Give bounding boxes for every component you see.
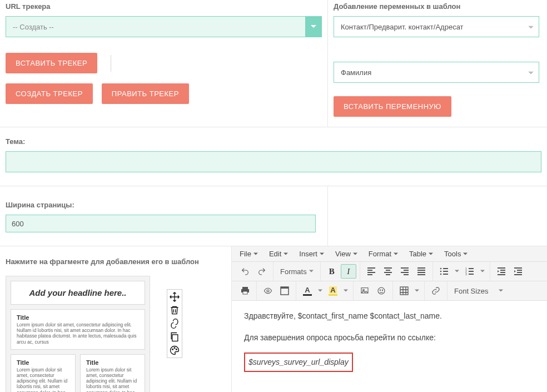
fullscreen-icon[interactable] (277, 284, 292, 298)
font-sizes-dropdown[interactable]: Font Sizes (451, 284, 506, 298)
svg-rect-15 (281, 287, 289, 289)
preview-icon[interactable] (260, 284, 276, 298)
fragment-body-text: Lorem ipsum dolor sit amet, consectetur … (86, 367, 139, 392)
formats-dropdown[interactable]: Formats (277, 264, 317, 279)
svg-rect-21 (400, 287, 408, 295)
svg-rect-10 (242, 287, 248, 289)
editor-menubar: File Edit Insert View Format Table Tools (232, 246, 547, 261)
fragment-body-text: Lorem ipsum dolor sit amet, consectetur … (17, 322, 139, 345)
indent-icon[interactable] (510, 264, 526, 279)
menu-view[interactable]: View (335, 250, 357, 258)
tracker-select[interactable]: -- Создать -- (6, 16, 322, 37)
emoji-icon[interactable] (374, 284, 389, 298)
edit-tracker-button[interactable]: ПРАВИТЬ ТРЕКЕР (102, 83, 189, 104)
align-right-icon[interactable] (397, 264, 412, 279)
link-icon[interactable] (168, 317, 181, 330)
insert-tracker-button[interactable]: ВСТАВИТЬ ТРЕКЕР (6, 53, 97, 73)
undo-icon[interactable] (237, 264, 253, 279)
chevron-down-icon[interactable] (479, 264, 486, 279)
editor-toolbar-row-2: A A Font Sizes (232, 281, 547, 301)
table-icon[interactable] (396, 284, 412, 298)
menu-format[interactable]: Format (369, 250, 398, 258)
svg-point-5 (440, 271, 441, 272)
bullet-list-icon[interactable] (436, 264, 452, 279)
page-width-label: Ширина страницы: (6, 201, 322, 209)
editor-line-greeting: Здравствуйте, $contact_first_name $conta… (244, 309, 535, 324)
divider (111, 55, 111, 72)
fragment-title-text: Title (86, 359, 139, 366)
fragment-pair-left[interactable]: Title Lorem ipsum dolor sit amet, consec… (11, 354, 76, 392)
fragment-single[interactable]: Title Lorem ipsum dolor sit amet, consec… (11, 309, 145, 350)
svg-point-4 (440, 268, 441, 270)
menu-file[interactable]: File (240, 250, 258, 258)
italic-icon[interactable]: I (341, 264, 356, 279)
svg-rect-12 (243, 291, 247, 294)
fragment-body-text: Lorem ipsum dolor sit amet, consectetur … (17, 367, 69, 392)
menu-table[interactable]: Table (409, 250, 433, 258)
svg-rect-0 (172, 335, 178, 341)
page-width-input[interactable] (6, 215, 316, 232)
topic-label: Тема: (6, 137, 541, 146)
editor-toolbar-row-1: Formats B I 123 (232, 261, 547, 281)
fragment-headline[interactable]: Add your headline here.. (11, 281, 145, 305)
copy-icon[interactable] (168, 331, 181, 343)
create-tracker-button[interactable]: СОЗДАТЬ ТРЕКЕР (6, 83, 93, 104)
link-insert-icon[interactable] (428, 284, 444, 298)
fragment-title-text: Title (17, 359, 69, 366)
text-color-icon[interactable]: A (300, 284, 315, 298)
svg-point-20 (382, 290, 382, 290)
align-justify-icon[interactable] (414, 264, 429, 279)
variable-field-select[interactable]: Фамилия (334, 62, 539, 83)
chevron-down-icon[interactable] (453, 264, 461, 279)
menu-edit[interactable]: Edit (269, 250, 288, 258)
chevron-down-icon[interactable] (316, 284, 324, 298)
svg-point-2 (174, 348, 175, 349)
svg-text:3: 3 (465, 272, 467, 276)
insert-variable-button[interactable]: ВСТАВИТЬ ПЕРЕМЕННУЮ (334, 96, 451, 117)
align-left-icon[interactable] (364, 264, 379, 279)
bold-icon[interactable]: B (324, 264, 340, 279)
variable-group-select[interactable]: Контакт/Предварит. контакт/Адресат (334, 16, 539, 37)
fragments-title: Нажмите на фрагменте для добавления его … (6, 257, 226, 266)
print-icon[interactable] (237, 284, 253, 298)
numbered-list-icon[interactable]: 123 (462, 264, 478, 279)
add-variables-label: Добавление переменных в шаблон (334, 2, 547, 11)
move-icon[interactable] (168, 291, 181, 303)
palette-icon[interactable] (168, 344, 181, 356)
menu-insert[interactable]: Insert (299, 250, 324, 258)
chevron-down-icon[interactable] (342, 284, 350, 298)
svg-point-6 (440, 274, 441, 275)
fragment-pair-right[interactable]: Title Lorem ipsum dolor sit amet, consec… (80, 354, 145, 392)
chevron-down-icon[interactable] (413, 284, 421, 298)
fragment-title-text: Title (17, 314, 139, 321)
topic-input[interactable] (6, 151, 541, 172)
background-color-icon[interactable]: A (325, 284, 341, 298)
align-center-icon[interactable] (380, 264, 396, 279)
fragment-list: Add your headline here.. Title Lorem ips… (6, 276, 150, 392)
svg-point-19 (380, 290, 380, 290)
fragment-toolstrip (167, 289, 182, 358)
survey-url-placeholder: $surveys_survey_url_display (244, 353, 353, 372)
menu-tools[interactable]: Tools (444, 250, 468, 258)
svg-point-13 (267, 290, 269, 292)
editor-line-instruction: Для завершения опроса просьба перейти по… (244, 330, 535, 345)
editor-content[interactable]: Здравствуйте, $contact_first_name $conta… (232, 301, 547, 384)
svg-point-3 (176, 349, 177, 350)
svg-point-18 (378, 287, 385, 294)
redo-icon[interactable] (254, 264, 270, 279)
image-icon[interactable] (357, 284, 372, 298)
trash-icon[interactable] (168, 304, 181, 316)
outdent-icon[interactable] (494, 264, 509, 279)
rich-text-editor: File Edit Insert View Format Table Tools… (231, 246, 547, 392)
tracker-url-label: URL трекера (6, 2, 322, 11)
svg-point-1 (172, 349, 173, 350)
